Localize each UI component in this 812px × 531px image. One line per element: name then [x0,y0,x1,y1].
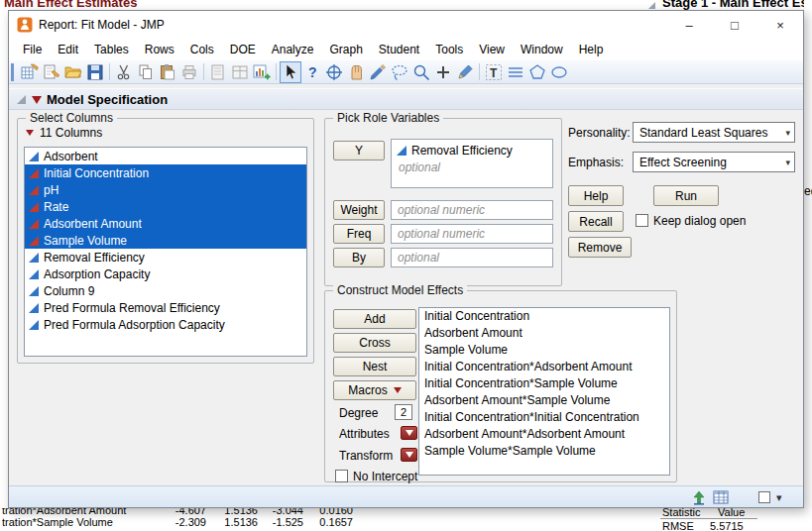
new-data-table-icon[interactable] [19,61,41,83]
effect-list-item[interactable]: Sample Volume*Sample Volume [419,443,669,460]
effect-list-item[interactable]: Adsorbent Amount*Sample Volume [419,392,669,409]
y-role-button[interactable]: Y [333,141,385,160]
nest-button[interactable]: Nest [333,357,416,376]
y-role-value-row[interactable]: Removal Efficiency [392,140,552,158]
toolbar-grip[interactable] [11,63,14,81]
model-effects-listbox[interactable]: Initial Concentration Adsorbent Amount S… [418,307,670,476]
cut-icon[interactable] [113,61,135,83]
minimize-button[interactable]: – [666,11,712,39]
disclosure-triangle-icon[interactable] [648,2,655,9]
menu-edit[interactable]: Edit [50,39,86,60]
pen-tool-icon[interactable] [454,61,476,83]
grabber-tool-icon[interactable] [345,61,367,83]
new-journal-icon[interactable] [41,61,62,83]
column-list-item[interactable]: pH [25,181,306,198]
effect-list-item[interactable]: Adsorbent Amount [419,325,669,342]
save-icon[interactable] [84,61,106,83]
status-dropdown-caret-icon[interactable]: ▾ [776,491,782,504]
column-list-item[interactable]: Adsorbent [25,148,306,164]
collapse-triangle-icon[interactable] [17,95,26,104]
remove-button[interactable]: Remove [568,237,632,258]
add-button[interactable]: Add [333,309,416,329]
weight-role-field[interactable]: optional numeric [391,200,553,220]
data-grid-icon[interactable] [713,489,729,509]
text-tool-icon[interactable]: T [483,61,505,83]
effect-list-item[interactable]: Adsorbent Amount*Adsorbent Amount [419,426,669,443]
columns-listbox[interactable]: Adsorbent Initial Concentration pH Rate … [24,147,307,357]
menu-view[interactable]: View [471,39,513,60]
recall-button[interactable]: Recall [568,211,624,232]
keep-dialog-open-checkbox[interactable] [636,214,648,227]
maximize-button[interactable]: □ [712,11,757,39]
paste-icon[interactable] [157,61,178,83]
graph-builder-icon[interactable] [251,61,273,83]
oval-tool-icon[interactable] [548,61,570,83]
table-row: tration*Adsorbent Amount-4.6071.5136-3.0… [2,508,353,516]
weight-role-button[interactable]: Weight [333,200,385,220]
effect-list-item[interactable]: Sample Volume [419,342,669,359]
polygon-tool-icon[interactable] [526,61,548,83]
column-list-item[interactable]: Adsorbent Amount [25,215,306,232]
help-tool-icon[interactable]: ? [301,61,323,83]
help-button[interactable]: Help [568,185,624,206]
line-tool-icon[interactable] [505,61,526,83]
menu-analyze[interactable]: Analyze [264,39,322,60]
freq-role-field[interactable]: optional numeric [391,224,553,244]
menu-file[interactable]: File [15,39,50,60]
effect-list-item[interactable]: Initial Concentration*Adsorbent Amount [419,359,669,375]
column-list-item[interactable]: Pred Formula Removal Efficiency [25,299,306,316]
by-role-button[interactable]: By [333,248,385,267]
transform-dropdown-button[interactable] [401,448,417,462]
effect-list-item[interactable]: Initial Concentration*Initial Concentrat… [419,409,669,426]
column-list-item[interactable]: Adsorption Capacity [25,266,306,282]
menu-tables[interactable]: Tables [86,39,137,60]
status-checkbox[interactable] [758,491,770,503]
annotate-tool-icon[interactable] [432,61,454,83]
menu-help[interactable]: Help [571,39,612,60]
copy-icon[interactable] [135,61,157,83]
layout-icon[interactable] [229,61,251,83]
menu-window[interactable]: Window [513,39,571,60]
menu-graph[interactable]: Graph [321,39,370,60]
degree-input[interactable]: 2 [395,404,412,420]
red-triangle-menu-icon[interactable] [32,96,42,104]
personality-label: Personality: [568,126,631,140]
menu-cols[interactable]: Cols [182,39,222,60]
effect-list-item[interactable]: Initial Concentration*Sample Volume [419,375,669,392]
menu-tools[interactable]: Tools [427,39,471,60]
close-button[interactable]: × [757,11,803,39]
no-intercept-checkbox[interactable] [335,470,348,482]
run-button[interactable]: Run [653,185,719,206]
open-icon[interactable] [62,61,84,83]
lasso-tool-icon[interactable] [389,61,410,83]
column-list-item[interactable]: Initial Concentration [25,164,306,181]
y-role-field[interactable]: Removal Efficiency optional [391,139,553,188]
crosshair-tool-icon[interactable] [323,61,345,83]
pick-role-variables-group: Pick Role Variables Y Removal Efficiency… [324,118,562,286]
journal-icon[interactable] [207,61,229,83]
personality-dropdown[interactable]: Standard Least Squares▾ [633,122,795,143]
menu-student[interactable]: Student [371,39,427,60]
column-list-item[interactable]: Column 9 [25,282,306,299]
column-list-item[interactable]: Sample Volume [25,232,306,249]
menu-rows[interactable]: Rows [137,39,182,60]
title-bar[interactable]: Report: Fit Model - JMP – □ × [9,11,803,39]
freq-role-button[interactable]: Freq [333,224,385,244]
menu-doe[interactable]: DOE [222,39,264,60]
attributes-dropdown-button[interactable] [401,426,417,440]
effect-list-item[interactable]: Initial Concentration [419,308,669,325]
scroll-to-top-icon[interactable] [691,489,707,509]
emphasis-dropdown[interactable]: Effect Screening▾ [633,152,795,172]
column-list-item[interactable]: Removal Efficiency [25,249,306,266]
cross-button[interactable]: Cross [333,333,416,353]
continuous-column-icon [29,303,39,313]
magnifier-tool-icon[interactable] [410,61,432,83]
macros-button[interactable]: Macros [333,380,416,400]
by-role-field[interactable]: optional [391,248,553,267]
brush-tool-icon[interactable] [367,61,389,83]
column-list-item[interactable]: Rate [25,198,306,215]
column-list-item[interactable]: Pred Formula Adsorption Capacity [25,316,306,333]
arrow-tool-icon[interactable] [280,61,301,83]
columns-red-triangle-icon[interactable] [26,130,34,136]
printer-icon[interactable] [178,61,200,83]
